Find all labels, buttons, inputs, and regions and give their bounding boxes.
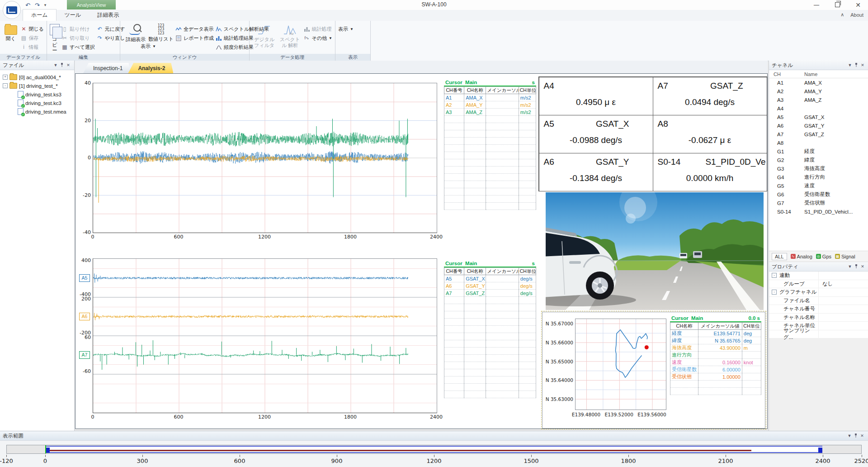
property-row[interactable]: チャネル番号 bbox=[769, 305, 868, 314]
property-row[interactable]: -グラフチャネル bbox=[769, 288, 868, 297]
close-file-button[interactable]: ✕閉じる bbox=[20, 25, 44, 33]
cursor-table-row[interactable]: 海抜高度43.90000m bbox=[670, 344, 761, 352]
numeric-display-a5[interactable]: A5GSAT_X-0.0988 deg/s bbox=[539, 115, 653, 153]
cursor-table-row[interactable]: A6GSAT_Ydeg/s bbox=[444, 282, 536, 290]
panel-menu-icon[interactable]: ▼ bbox=[847, 264, 853, 269]
channel-row[interactable]: G5速度 bbox=[769, 181, 868, 190]
cursor-table-row[interactable]: 経度E139.54771deg bbox=[670, 330, 761, 337]
strip-label-a6[interactable]: A6 bbox=[79, 313, 90, 320]
file-tree-item[interactable]: driving_test.kc3 bbox=[1, 99, 73, 107]
detail-view-button[interactable]: 詳細表示 bbox=[123, 22, 148, 43]
ribbon-tab-home[interactable]: ホーム bbox=[23, 9, 57, 21]
channel-row[interactable]: A2AMA_Y bbox=[769, 87, 868, 95]
file-tree-item[interactable]: driving_test.ks3 bbox=[1, 90, 73, 99]
pin-icon[interactable] bbox=[853, 63, 859, 68]
channel-row[interactable]: A7GSAT_Z bbox=[769, 130, 868, 138]
digital-filter-button[interactable]: デジタル フィルタ bbox=[252, 22, 276, 53]
about-link[interactable]: About bbox=[850, 12, 863, 18]
panel-menu-icon[interactable]: ▼ bbox=[52, 63, 59, 67]
cursor-table-row[interactable]: 受信状態1.00000 bbox=[670, 373, 761, 381]
cursor-table-bottom[interactable]: Cursor MainsCH番号CH名称メインカーソル値CH単位A5GSAT_X… bbox=[444, 260, 536, 398]
filter-signal-button[interactable]: ▦Signal bbox=[835, 254, 855, 259]
numeric-display-a8[interactable]: A8-0.0627 μ ε bbox=[653, 115, 767, 153]
app-menu-button[interactable] bbox=[3, 1, 21, 19]
property-row[interactable]: グループなし bbox=[769, 280, 868, 289]
channel-row[interactable]: G3海抜高度 bbox=[769, 164, 868, 173]
channel-row[interactable]: A4 bbox=[769, 104, 868, 113]
channel-row[interactable]: A6GSAT_Y bbox=[769, 121, 868, 130]
pin-icon[interactable] bbox=[853, 264, 859, 269]
cursor-table-row[interactable]: 速度0.16000knot bbox=[670, 359, 761, 366]
paste-button[interactable]: ▯貼り付け bbox=[61, 25, 95, 33]
channel-row[interactable]: A5GSAT_X bbox=[769, 113, 868, 121]
cursor-table-row[interactable]: A5GSAT_Xdeg/s bbox=[444, 275, 536, 282]
filter-analog-button[interactable]: ∿Analog bbox=[791, 254, 812, 259]
channel-row[interactable]: A1AMA_X bbox=[769, 78, 868, 87]
cursor-table-row[interactable]: A1AMA_Xm/s2 bbox=[444, 94, 536, 101]
cursor-table-row[interactable]: A2AMA_Ym/s2 bbox=[444, 101, 536, 109]
numeric-display-s0-14[interactable]: S0-14S1_PID_0D_Ve0.0000 km/h bbox=[653, 153, 767, 191]
cursor-table-row[interactable]: 進行方向 bbox=[670, 352, 761, 359]
range-selection[interactable] bbox=[46, 446, 822, 453]
property-row[interactable]: チャネル名称 bbox=[769, 314, 868, 322]
close-panel-icon[interactable]: ✕ bbox=[859, 264, 866, 269]
open-button[interactable]: 開く bbox=[3, 22, 19, 53]
close-panel-icon[interactable]: ✕ bbox=[859, 63, 866, 67]
property-row[interactable]: -連動 bbox=[769, 272, 868, 280]
channel-row[interactable]: G4進行方向 bbox=[769, 173, 868, 181]
numeric-display-a7[interactable]: A7GSAT_Z0.0494 deg/s bbox=[653, 77, 767, 115]
spectrum-analysis-button[interactable]: Hz スペクトル 解析 bbox=[278, 22, 302, 53]
numeric-display-a4[interactable]: A40.4950 μ ε bbox=[539, 77, 653, 115]
cursor-table-row[interactable]: 受信衛星数6.00000 bbox=[670, 366, 761, 373]
tab-inspection-1[interactable]: Inspection-1 bbox=[83, 63, 131, 73]
other-proc-dropdown[interactable]: f∿その他▼ bbox=[304, 34, 332, 42]
prop-expander-icon[interactable]: - bbox=[772, 290, 777, 295]
channel-row[interactable]: G2緯度 bbox=[769, 156, 868, 164]
cursor-table-top[interactable]: Cursor MainsCH番号CH名称メインカーソル値CH単位A1AMA_Xm… bbox=[444, 79, 536, 210]
prop-expander-icon[interactable]: - bbox=[772, 273, 777, 278]
strip-label-a5[interactable]: A5 bbox=[79, 274, 90, 282]
all-data-view-button[interactable]: 全データ表示 bbox=[175, 25, 214, 33]
numeric-display-a6[interactable]: A6GSAT_Y-0.1384 deg/s bbox=[539, 153, 653, 191]
gps-map[interactable] bbox=[575, 319, 666, 410]
property-row[interactable]: ファイル名 bbox=[769, 297, 868, 305]
channel-row[interactable]: A8 bbox=[769, 138, 868, 147]
channel-row[interactable]: G1経度 bbox=[769, 147, 868, 156]
ribbon-tab-detail[interactable]: 詳細表示 bbox=[89, 10, 127, 21]
waveform-chart-top[interactable] bbox=[93, 83, 437, 233]
tree-expander-icon[interactable]: - bbox=[3, 83, 8, 88]
copy-button[interactable]: コピー bbox=[50, 22, 60, 53]
waveform-chart-bottom[interactable] bbox=[93, 258, 437, 413]
stats-proc-button[interactable]: 統計処理 bbox=[304, 25, 332, 33]
minimize-button[interactable]: — bbox=[807, 0, 826, 10]
window-display-dropdown[interactable]: 表示▼ bbox=[141, 43, 156, 51]
strip-label-a7[interactable]: A7 bbox=[79, 351, 90, 359]
pin-icon[interactable] bbox=[853, 434, 859, 438]
gps-cursor-table[interactable]: Cursor Main0.0 sCH名称メインカーソル値CH単位経度E139.5… bbox=[670, 315, 761, 395]
range-handle-left[interactable] bbox=[46, 448, 50, 453]
file-tree-item[interactable]: driving_test.nmea bbox=[1, 107, 73, 116]
report-button[interactable]: レポート作成 bbox=[175, 34, 214, 42]
channel-row[interactable]: A3AMA_Z bbox=[769, 95, 868, 104]
channel-row[interactable]: G7受信状態 bbox=[769, 199, 868, 207]
close-panel-icon[interactable]: ✕ bbox=[65, 63, 71, 67]
save-button[interactable]: ▤保存 bbox=[20, 34, 44, 42]
file-tree-item[interactable]: +[0] ac_dual0004_* bbox=[1, 73, 73, 81]
range-handle-right[interactable] bbox=[818, 448, 822, 453]
restore-button[interactable] bbox=[827, 0, 847, 10]
panel-menu-icon[interactable]: ▼ bbox=[847, 63, 853, 67]
tab-analysis-2[interactable]: Analysis-2 bbox=[128, 63, 173, 73]
filter-all-button[interactable]: ALL bbox=[772, 253, 787, 260]
cursor-table-row[interactable]: A3AMA_Zm/s2 bbox=[444, 109, 536, 116]
ribbon-tab-tools[interactable]: ツール bbox=[57, 10, 90, 21]
close-button[interactable]: ✕ bbox=[848, 0, 868, 10]
file-tree-item[interactable]: -[1] driving_test_* bbox=[1, 81, 73, 90]
select-all-button[interactable]: ▦すべて選択 bbox=[61, 43, 95, 51]
panel-menu-icon[interactable]: ▼ bbox=[846, 434, 853, 438]
property-row[interactable]: サンプリング... bbox=[769, 330, 868, 339]
camera-view[interactable] bbox=[546, 192, 764, 310]
gps-panel[interactable]: N 35.67000N 35.66000N 35.65000N 35.64000… bbox=[542, 312, 765, 429]
channel-row[interactable]: G6受信衛星数 bbox=[769, 190, 868, 199]
cursor-table-row[interactable]: 緯度N 35.65765deg bbox=[670, 337, 761, 344]
range-slider-track[interactable] bbox=[6, 445, 862, 454]
